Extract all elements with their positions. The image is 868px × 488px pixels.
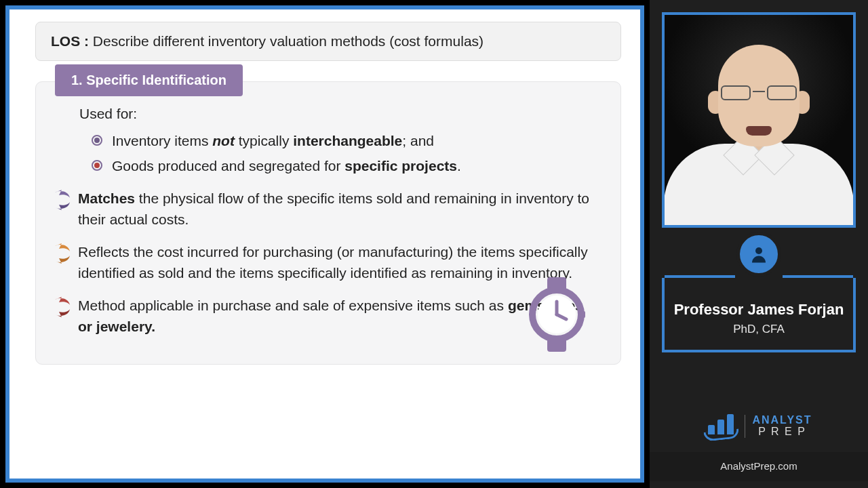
brand-bottom: P R E P — [752, 426, 812, 438]
arrow-icon — [54, 296, 71, 319]
bullet-text: Inventory items not typically interchang… — [112, 131, 434, 151]
section-number: 1. — [71, 73, 83, 87]
brand-top: ANALYST — [752, 415, 812, 426]
app-frame: LOS : Describe different inventory valua… — [0, 0, 868, 488]
brand-area: ANALYST P R E P AnalystPrep.com — [650, 413, 868, 481]
paragraph: Reflects the cost incurred for purchasin… — [59, 242, 597, 283]
los-box: LOS : Describe different inventory valua… — [35, 22, 621, 61]
svg-rect-6 — [580, 311, 585, 318]
paragraph: Method applicable in purchase and sale o… — [59, 296, 597, 337]
paragraph: Matches the physical flow of the specifi… — [59, 188, 597, 230]
section-tag: 1. Specific Identification — [55, 64, 243, 96]
paragraph-text: Method applicable in purchase and sale o… — [78, 296, 597, 337]
brand-site: AnalystPrep.com — [650, 452, 868, 481]
brand-logo: ANALYST P R E P — [705, 413, 812, 440]
svg-point-7 — [755, 247, 762, 254]
bullet-text: Goods produced and segregated for specif… — [112, 156, 461, 176]
los-label: LOS : — [51, 33, 89, 49]
bullet-icon — [92, 135, 102, 146]
presenter-card: Professor James Forjan PhD, CFA — [662, 255, 856, 352]
used-for-label: Used for: — [79, 104, 597, 124]
presenter-name: Professor James Forjan — [670, 301, 848, 319]
presenter-figure — [665, 15, 853, 225]
section-title: Specific Identification — [86, 73, 226, 87]
presenter-sidebar: Professor James Forjan PhD, CFA ANALYST … — [650, 0, 868, 488]
arrow-icon — [54, 242, 71, 265]
bullet-icon — [92, 160, 102, 171]
presenter-video — [662, 12, 856, 228]
slide-panel: LOS : Describe different inventory valua… — [0, 0, 650, 488]
arrow-icon — [54, 188, 71, 211]
bullet-item: Goods produced and segregated for specif… — [92, 156, 597, 176]
brand-text: ANALYST P R E P — [745, 415, 812, 438]
slide-border: LOS : Describe different inventory valua… — [5, 5, 644, 483]
bullet-item: Inventory items not typically interchang… — [92, 131, 597, 151]
avatar-icon — [736, 232, 781, 277]
presenter-credentials: PhD, CFA — [670, 323, 848, 336]
watch-icon — [524, 277, 589, 354]
paragraph-text: Reflects the cost incurred for purchasin… — [78, 242, 597, 283]
paragraph-text: Matches the physical flow of the specifi… — [78, 188, 597, 230]
presenter-card-border: Professor James Forjan PhD, CFA — [662, 278, 856, 352]
los-text: Describe different inventory valuation m… — [93, 33, 484, 49]
logo-bars-icon — [705, 413, 738, 440]
content-box: 1. Specific Identification Used for: Inv… — [35, 81, 621, 365]
